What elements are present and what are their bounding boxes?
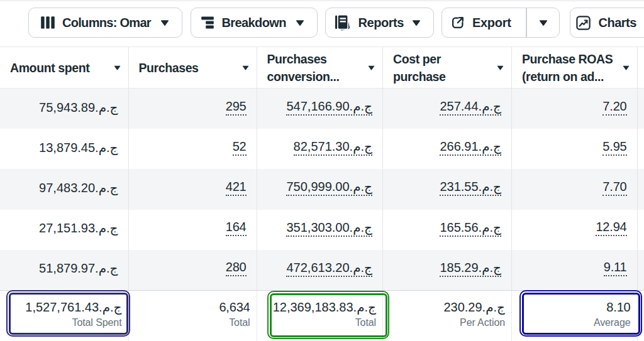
cell-value: 51,879.97ج.م. <box>39 261 118 276</box>
table-cell[interactable]: 7.20 <box>512 89 638 129</box>
table-row: 97,483.20ج.م.421750,999.00ج.م.231.55ج.م.… <box>0 169 644 209</box>
table-cell[interactable]: 9.11 <box>512 250 638 290</box>
cell-value: 27,151.93ج.م. <box>39 220 118 235</box>
table-body: 75,943.89ج.م.295547,166.90ج.م.257.44ج.م.… <box>0 89 644 290</box>
table-cell-empty <box>638 250 644 290</box>
currency-suffix: ج.م. <box>482 300 505 314</box>
table-cell: 27,151.93ج.م. <box>0 210 129 250</box>
columns-button[interactable]: Columns: Omar <box>28 8 182 38</box>
columns-button-label: Columns: Omar <box>62 16 151 30</box>
cell-value: 13,879.45ج.م. <box>39 140 118 155</box>
table-cell[interactable]: 165.56ج.م. <box>383 210 512 250</box>
table-cell-empty <box>638 169 644 209</box>
table-cell-empty <box>638 210 644 250</box>
table-cell[interactable]: 231.55ج.م. <box>383 169 512 209</box>
column-header-label: Purchases conversion... <box>257 50 340 85</box>
currency-suffix: ج.م. <box>479 180 501 193</box>
table-row: 75,943.89ج.م.295547,166.90ج.م.257.44ج.م.… <box>0 89 644 129</box>
currency-suffix: ج.م. <box>350 261 372 274</box>
table-cell[interactable]: 7.70 <box>512 169 638 209</box>
highlight-total-spent-inner-border <box>9 293 128 335</box>
export-options-button[interactable] <box>527 8 560 37</box>
table-cell[interactable]: 295 <box>129 89 257 129</box>
export-icon <box>451 16 465 30</box>
chevron-down-icon <box>368 65 375 70</box>
table-cell[interactable]: 280 <box>129 250 257 290</box>
table-cell[interactable]: 472,613.20ج.م. <box>257 250 384 290</box>
column-header[interactable]: Purchases <box>129 47 257 88</box>
highlight-total-conversion-value-inner-border <box>270 293 387 337</box>
table-cell: 97,483.20ج.م. <box>0 169 129 209</box>
column-header-label: Cost per purchase <box>383 50 446 85</box>
cell-value: 52 <box>233 139 247 156</box>
currency-suffix: ج.م. <box>95 100 118 114</box>
export-button[interactable]: Export <box>442 8 526 37</box>
cell-value: 75,943.89ج.م. <box>39 100 118 115</box>
table-cell[interactable]: 5.95 <box>512 129 638 169</box>
table-cell[interactable]: 12.94 <box>512 210 638 250</box>
reports-button[interactable]: Reports <box>325 8 435 38</box>
cell-value: 9.11 <box>604 260 627 276</box>
table-cell: 13,879.45ج.م. <box>0 129 129 169</box>
breakdown-button[interactable]: Breakdown <box>191 8 318 38</box>
highlight-total-spent <box>6 290 130 337</box>
currency-suffix: ج.م. <box>95 181 118 195</box>
cell-value: 257.44ج.م. <box>440 99 501 116</box>
cell-value: 164 <box>226 220 247 236</box>
cell-value: 472,613.20ج.م. <box>286 260 372 277</box>
cell-value: 280 <box>226 260 247 276</box>
cell-value: 547,166.90ج.م. <box>286 99 372 116</box>
chevron-down-icon <box>623 65 630 70</box>
total-value: 6,634 <box>219 300 250 315</box>
table-cell[interactable]: 351,303.00ج.م. <box>257 210 384 250</box>
cell-value: 12.94 <box>596 220 626 236</box>
table-row: 51,879.97ج.م.280472,613.20ج.م.185.29ج.م.… <box>0 250 644 290</box>
table-cell[interactable]: 82,571.30ج.م. <box>257 129 384 169</box>
chevron-down-icon <box>539 20 548 26</box>
total-value: 230.29ج.م. <box>443 300 505 315</box>
table-cell: 51,879.97ج.م. <box>0 250 129 290</box>
column-header[interactable]: Amount spent <box>0 47 129 88</box>
table-cell[interactable]: 547,166.90ج.م. <box>257 89 384 129</box>
chevron-down-icon <box>160 20 169 26</box>
table-cell[interactable]: 257.44ج.م. <box>383 89 512 129</box>
table-cell[interactable]: 164 <box>129 210 257 250</box>
cell-value: 295 <box>226 99 247 116</box>
table-cell[interactable]: 421 <box>129 169 257 209</box>
charts-icon <box>576 16 591 30</box>
chevron-down-icon <box>114 65 121 70</box>
highlight-total-conversion-value <box>267 291 389 339</box>
table-row: 13,879.45ج.م.5282,571.30ج.م.266.91ج.م.5.… <box>0 129 644 169</box>
column-header[interactable]: Purchases conversion... <box>257 47 384 88</box>
cell-value: 7.70 <box>602 180 626 196</box>
reports-icon <box>334 14 350 31</box>
column-header-label: Purchase ROAS (return on ad... <box>512 50 613 85</box>
cell-value: 7.20 <box>602 99 626 116</box>
breakdown-icon <box>201 16 214 29</box>
total-cell: 6,634Total <box>129 291 257 341</box>
cell-value: 97,483.20ج.م. <box>39 180 118 195</box>
columns-icon <box>41 16 55 29</box>
cell-value: 266.91ج.م. <box>440 139 501 156</box>
cell-value: 185.29ج.م. <box>440 260 501 277</box>
column-header[interactable]: Purchase ROAS (return on ad... <box>512 47 638 88</box>
export-split-button: Export <box>441 8 560 38</box>
cell-value: 351,303.00ج.م. <box>286 220 372 237</box>
table-cell[interactable]: 185.29ج.م. <box>383 250 512 290</box>
top-edge-strip <box>0 0 644 1</box>
charts-button[interactable]: Charts <box>570 8 644 38</box>
currency-suffix: ج.م. <box>479 139 501 153</box>
total-label: Total <box>229 315 250 330</box>
total-cell: 230.29ج.م.Per Action <box>383 291 512 341</box>
column-header[interactable]: Cost per purchase <box>383 47 512 88</box>
breakdown-button-label: Breakdown <box>222 16 286 30</box>
table-cell[interactable]: 52 <box>129 129 257 169</box>
cell-value: 82,571.30ج.م. <box>294 139 372 156</box>
currency-suffix: ج.م. <box>479 99 501 113</box>
table-cell[interactable]: 266.91ج.م. <box>383 129 512 169</box>
total-label: Per Action <box>460 315 505 330</box>
currency-suffix: ج.م. <box>479 261 501 274</box>
cell-value: 750,999.00ج.م. <box>286 179 372 196</box>
cell-value: 231.55ج.م. <box>440 179 501 196</box>
table-cell[interactable]: 750,999.00ج.م. <box>257 169 384 209</box>
